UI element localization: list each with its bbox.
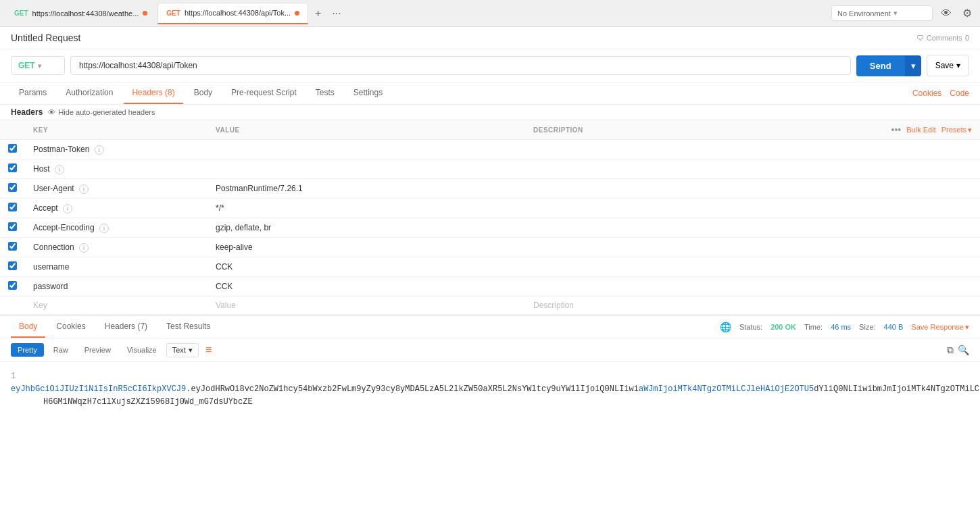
- row-checkbox-3[interactable]: [8, 203, 17, 211]
- send-arrow-button[interactable]: ▾: [905, 55, 921, 76]
- time-value: 46 ms: [831, 323, 851, 331]
- row-value-2: PostmanRuntime/7.26.1: [207, 179, 525, 199]
- res-status: 🌐 Status: 200 OK Time: 46 ms Size: 440 B…: [720, 322, 969, 332]
- row-desc-3: [525, 199, 710, 218]
- row-actions-0: [710, 140, 980, 159]
- env-dropdown[interactable]: No Environment ▾: [831, 5, 933, 21]
- code-link[interactable]: Code: [950, 88, 969, 98]
- eye-icon[interactable]: 👁: [938, 5, 954, 22]
- res-tab-test-results[interactable]: Test Results: [158, 316, 218, 338]
- send-button[interactable]: Send: [856, 55, 905, 76]
- wrap-lines-icon[interactable]: ≡: [201, 342, 216, 357]
- row-checkbox-7[interactable]: [8, 281, 17, 290]
- save-button[interactable]: Save ▾: [927, 55, 969, 76]
- row-checkbox-6[interactable]: [8, 261, 17, 270]
- placeholder-key: Key: [25, 297, 207, 315]
- row-checkbox-cell: [0, 179, 25, 199]
- save-response-button[interactable]: Save Response ▾: [911, 323, 969, 332]
- send-btn-group: Send ▾: [856, 55, 921, 76]
- row-checkbox-2[interactable]: [8, 183, 17, 192]
- info-icon[interactable]: i: [95, 145, 104, 155]
- row-checkbox-cell: [0, 277, 25, 297]
- row-checkbox-0[interactable]: [8, 144, 17, 153]
- save-response-chevron-icon: ▾: [965, 323, 969, 332]
- row-key-7: password: [25, 277, 207, 297]
- fmt-tab-pretty[interactable]: Pretty: [11, 343, 44, 357]
- row-key-3: Accept i: [25, 199, 207, 218]
- row-checkbox-5[interactable]: [8, 242, 17, 251]
- save-label: Save: [935, 61, 954, 70]
- table-row-placeholder: Key Value Description: [0, 297, 980, 315]
- table-row: Connection i keep-alive: [0, 238, 980, 257]
- hide-auto-headers-button[interactable]: 👁 Hide auto-generated headers: [48, 108, 155, 116]
- tab-params[interactable]: Params: [11, 82, 55, 104]
- tab-headers[interactable]: Headers (8): [124, 82, 182, 104]
- bulk-edit-button[interactable]: Bulk Edit: [906, 126, 935, 134]
- row-desc-4: [525, 218, 710, 238]
- fmt-tab-raw[interactable]: Raw: [47, 343, 75, 357]
- res-tab-headers[interactable]: Headers (7): [97, 316, 155, 338]
- fmt-right-actions: ⧉ 🔍: [947, 345, 969, 356]
- tab-tests[interactable]: Tests: [308, 82, 343, 104]
- comments-button[interactable]: 🗨 Comments 0: [916, 34, 969, 42]
- table-row: Postman-Token i: [0, 140, 980, 159]
- info-icon[interactable]: i: [55, 165, 64, 174]
- method-select[interactable]: GET ▾: [11, 56, 65, 75]
- request-title-bar: Untitled Request 🗨 Comments 0: [0, 27, 980, 49]
- th-key: KEY: [25, 120, 207, 140]
- headers-section: Headers 👁 Hide auto-generated headers: [0, 105, 980, 120]
- tab-2[interactable]: GET https://localhost:44308/api/Tok...: [157, 3, 308, 24]
- settings-icon[interactable]: ⚙: [960, 4, 975, 22]
- tab-settings[interactable]: Settings: [345, 82, 391, 104]
- more-options-button[interactable]: •••: [891, 124, 902, 135]
- comments-count: 0: [965, 34, 969, 42]
- req-tab-right: Cookies Code: [912, 88, 969, 98]
- method-label: GET: [18, 61, 35, 70]
- tab-bar: GET https://localhost:44308/weathe... GE…: [0, 0, 980, 27]
- row-desc-1: [525, 159, 710, 179]
- presets-label: Presets: [941, 126, 966, 134]
- format-dropdown[interactable]: Text ▾: [166, 343, 199, 357]
- presets-button[interactable]: Presets ▾: [941, 126, 972, 134]
- cookies-link[interactable]: Cookies: [912, 88, 941, 98]
- info-icon[interactable]: i: [63, 204, 72, 213]
- placeholder-checkbox-cell: [0, 297, 25, 315]
- res-tab-cookies[interactable]: Cookies: [48, 316, 93, 338]
- env-label: No Environment: [837, 9, 891, 18]
- format-bar: Pretty Raw Preview Visualize Text ▾ ≡ ⧉ …: [0, 338, 980, 362]
- code-token-blue-1: eyJhbGciOiJIUzI1NiIsInR5cCI6IkpXVCJ9.: [11, 384, 191, 394]
- th-description: DESCRIPTION: [525, 120, 710, 140]
- line-number-1: 1: [11, 372, 16, 381]
- res-tab-body[interactable]: Body: [11, 316, 45, 338]
- code-token-black-3: H6GM1NWqzH7c1lXujsZXZ15968Ij0Wd_mG7dsUYb…: [43, 397, 253, 407]
- tab-authorization[interactable]: Authorization: [57, 82, 121, 104]
- th-value: VALUE: [207, 120, 525, 140]
- placeholder-desc: Description: [525, 297, 710, 315]
- info-icon[interactable]: i: [99, 224, 109, 233]
- fmt-tab-preview[interactable]: Preview: [78, 343, 118, 357]
- row-actions-1: [710, 159, 980, 179]
- tab-pre-request[interactable]: Pre-request Script: [223, 82, 305, 104]
- url-input[interactable]: [70, 56, 851, 75]
- row-checkbox-4[interactable]: [8, 222, 17, 231]
- row-checkbox-cell: [0, 140, 25, 159]
- row-checkbox-1[interactable]: [8, 163, 17, 172]
- row-key-6: username: [25, 257, 207, 277]
- more-tabs-button[interactable]: ···: [329, 5, 343, 22]
- row-actions-6: [710, 257, 980, 277]
- add-tab-button[interactable]: +: [312, 5, 324, 22]
- copy-button[interactable]: ⧉: [947, 345, 954, 356]
- row-desc-6: [525, 257, 710, 277]
- fmt-tab-visualize[interactable]: Visualize: [120, 343, 164, 357]
- request-title: Untitled Request: [11, 32, 81, 43]
- info-icon[interactable]: i: [79, 243, 89, 253]
- tab2-method: GET: [166, 9, 180, 17]
- search-button[interactable]: 🔍: [958, 345, 969, 356]
- row-desc-0: [525, 140, 710, 159]
- row-value-5: keep-alive: [207, 238, 525, 257]
- tab-1[interactable]: GET https://localhost:44308/weathe...: [5, 3, 156, 24]
- tab-body[interactable]: Body: [186, 82, 220, 104]
- table-row: User-Agent i PostmanRuntime/7.26.1: [0, 179, 980, 199]
- info-icon[interactable]: i: [79, 184, 89, 194]
- response-tabs-bar: Body Cookies Headers (7) Test Results 🌐 …: [0, 316, 980, 338]
